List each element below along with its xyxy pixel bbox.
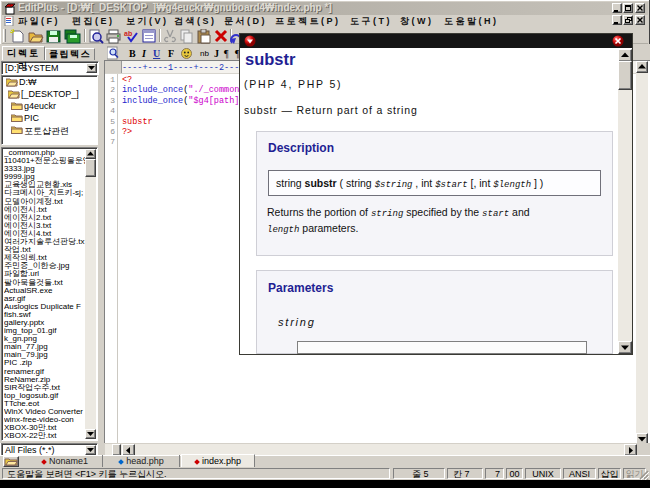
- svg-text:I: I: [141, 48, 147, 59]
- svg-text:U: U: [153, 48, 160, 59]
- svg-text:B: B: [129, 48, 136, 59]
- svg-text:J: J: [214, 48, 219, 59]
- svg-text:¶: ¶: [224, 48, 229, 59]
- svg-text:ab: ab: [124, 30, 132, 37]
- svg-text:F: F: [168, 48, 174, 59]
- svg-text:nb: nb: [200, 49, 209, 58]
